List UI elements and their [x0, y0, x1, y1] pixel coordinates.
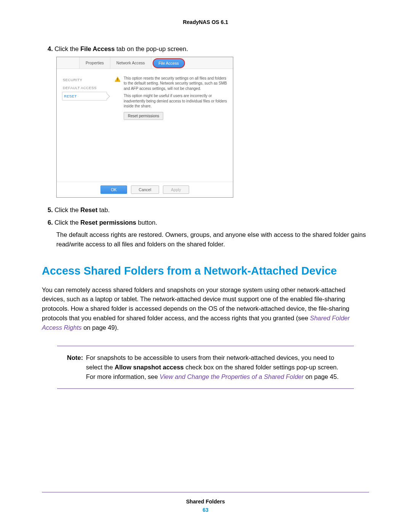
step-4: 4. Click the File Access tab on the pop-…: [42, 44, 369, 54]
step-6: 6. Click the Reset permissions button.: [42, 218, 369, 227]
step-4-pre: Click the: [54, 45, 80, 52]
section-intro: You can remotely access shared folders a…: [42, 285, 369, 332]
sidebar-item-security[interactable]: SECURITY: [62, 76, 107, 84]
step-5-bold: Reset: [80, 206, 97, 213]
note-end: on page 45.: [304, 373, 339, 380]
step-6-post: button.: [136, 219, 157, 226]
sidebar-item-reset[interactable]: RESET: [62, 92, 107, 101]
step-5-post: tab.: [97, 206, 110, 213]
warn-text-1: This option resets the security settings…: [124, 76, 228, 91]
note-label: Note:: [67, 353, 86, 381]
section-heading: Access Shared Folders from a Network-Att…: [42, 264, 369, 278]
sidebar-item-default-access[interactable]: DEFAULT ACCESS: [62, 84, 107, 92]
link-view-change-properties[interactable]: View and Change the Properties of a Shar…: [160, 373, 304, 380]
apply-button[interactable]: Apply: [163, 185, 189, 194]
ok-button[interactable]: OK: [100, 185, 127, 194]
tab-network-access[interactable]: Network Access: [110, 57, 151, 69]
step-4-num: 4.: [48, 45, 53, 52]
tab-file-access[interactable]: File Access: [153, 58, 185, 68]
footer-page-number: 63: [42, 507, 369, 513]
step-6-bold: Reset permissions: [80, 219, 136, 226]
footer-chapter: Shared Folders: [42, 498, 369, 505]
step-5-pre: Click the: [54, 206, 80, 213]
cancel-button[interactable]: Cancel: [131, 185, 159, 194]
doc-header: ReadyNAS OS 6.1: [42, 19, 369, 25]
step-5: 5. Click the Reset tab.: [42, 205, 369, 215]
dialog-footer: OK Cancel Apply: [57, 182, 233, 197]
tab-properties[interactable]: Properties: [79, 57, 110, 69]
reset-description: This option resets the security settings…: [124, 76, 228, 120]
intro-post: on page 49).: [82, 324, 119, 331]
svg-rect-2: [117, 80, 118, 81]
step-5-num: 5.: [48, 206, 53, 213]
dialog-tabs: Properties Network Access File Access: [57, 57, 233, 69]
footer-rule: [42, 492, 369, 493]
note-bold: Allow snapshot access: [115, 364, 184, 371]
step-6-body: The default access rights are restored. …: [42, 230, 369, 249]
file-access-dialog: Properties Network Access File Access SE…: [56, 57, 233, 198]
page-footer: Shared Folders 63: [42, 492, 369, 513]
svg-rect-1: [117, 78, 118, 80]
note-block: Note: For snapshots to be accessible to …: [57, 346, 354, 388]
intro-pre: You can remotely access shared folders a…: [42, 286, 349, 321]
dialog-sidebar: SECURITY DEFAULT ACCESS RESET: [62, 76, 107, 120]
reset-permissions-button[interactable]: Reset permissions: [124, 112, 163, 120]
step-4-bold: File Access: [80, 45, 115, 52]
step-6-num: 6.: [48, 219, 53, 226]
warn-text-2: This option might be useful if users are…: [124, 93, 228, 109]
step-4-post: tab on the pop-up screen.: [115, 45, 188, 52]
step-6-pre: Click the: [54, 219, 80, 226]
warning-icon: [115, 77, 121, 82]
